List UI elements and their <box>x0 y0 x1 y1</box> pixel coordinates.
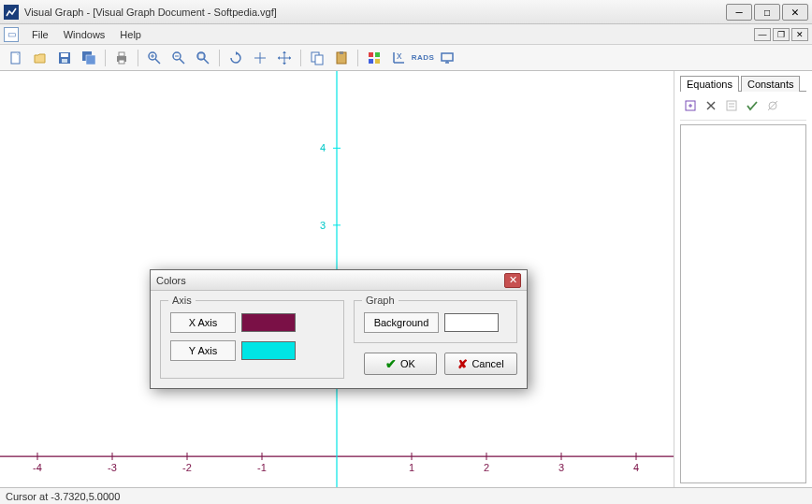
menu-file[interactable]: File <box>24 27 56 42</box>
titlebar: Visual Graph - [Visual Graph Document - … <box>0 0 812 24</box>
xaxis-row: X Axis <box>170 312 334 333</box>
equation-list[interactable] <box>680 124 806 483</box>
right-column: Graph Background ✔OK ✘Cancel <box>354 300 517 379</box>
svg-line-14 <box>180 59 184 64</box>
statusbar: Cursor at -3.7320,5.0000 <box>0 487 812 504</box>
svg-line-10 <box>155 59 160 64</box>
svg-text:4: 4 <box>633 462 639 473</box>
check-icon: ✔ <box>385 356 397 371</box>
ok-button[interactable]: ✔OK <box>364 353 437 375</box>
dialog-body: Axis X Axis Y Axis Graph Background ✔OK … <box>151 291 527 388</box>
edit-equation-button[interactable] <box>723 97 740 114</box>
svg-rect-27 <box>369 52 373 57</box>
svg-rect-24 <box>315 55 323 65</box>
save-button[interactable] <box>54 48 75 68</box>
new-button[interactable] <box>6 48 26 68</box>
axes-button[interactable]: x <box>388 48 409 68</box>
dialog-titlebar[interactable]: Colors ✕ <box>151 270 527 291</box>
xaxis-swatch[interactable] <box>241 313 296 332</box>
mdi-close-button[interactable]: ✕ <box>791 28 808 41</box>
tab-constants[interactable]: Constants <box>741 76 801 92</box>
menu-windows[interactable]: Windows <box>56 27 113 42</box>
side-panel: Equations Constants <box>674 71 812 487</box>
print-button[interactable] <box>111 48 132 68</box>
yaxis-row: Y Axis <box>170 340 334 361</box>
add-equation-button[interactable] <box>682 97 699 114</box>
separator <box>300 50 301 66</box>
svg-rect-29 <box>369 59 373 64</box>
svg-rect-30 <box>375 59 380 64</box>
svg-text:4: 4 <box>320 142 326 153</box>
close-button[interactable]: ✕ <box>782 4 808 21</box>
check-button[interactable] <box>744 97 761 114</box>
paste-button[interactable] <box>331 48 352 68</box>
open-button[interactable] <box>30 48 51 68</box>
window-controls: — ☐ ✕ <box>726 4 808 21</box>
copy-button[interactable] <box>307 48 327 68</box>
mdi-minimize-button[interactable]: — <box>754 28 771 41</box>
yaxis-button[interactable]: Y Axis <box>170 340 236 361</box>
dialog-close-button[interactable]: ✕ <box>504 273 521 288</box>
toolbar: x RADS <box>0 45 812 71</box>
window-title: Visual Graph - [Visual Graph Document - … <box>24 7 726 18</box>
zoom-out-button[interactable] <box>168 48 189 68</box>
colors-dialog: Colors ✕ Axis X Axis Y Axis Graph Backgr… <box>150 269 528 389</box>
separator <box>357 50 358 66</box>
screen-button[interactable] <box>437 48 457 68</box>
zoom-fit-button[interactable] <box>193 48 213 68</box>
svg-text:x: x <box>397 50 402 61</box>
axis-fieldset: Axis X Axis Y Axis <box>160 300 344 379</box>
svg-text:1: 1 <box>409 462 414 473</box>
maximize-button[interactable]: ☐ <box>754 4 780 21</box>
graph-fieldset: Graph Background <box>354 300 517 343</box>
svg-rect-5 <box>86 55 95 65</box>
svg-rect-8 <box>119 60 124 64</box>
svg-rect-68 <box>727 101 736 110</box>
minimize-button[interactable]: — <box>726 4 752 21</box>
mdi-restore-button[interactable]: ❐ <box>773 28 790 41</box>
toggle-visibility-button[interactable] <box>764 97 781 114</box>
svg-rect-34 <box>442 53 453 61</box>
tab-equations[interactable]: Equations <box>680 76 739 92</box>
app-icon <box>4 5 19 20</box>
menubar: ▭ File Windows Help — ❐ ✕ <box>0 24 812 45</box>
zoom-in-button[interactable] <box>144 48 165 68</box>
save-all-button[interactable] <box>79 48 99 68</box>
axis-legend: Axis <box>168 295 196 306</box>
svg-rect-26 <box>340 51 343 54</box>
side-tabs: Equations Constants <box>680 75 806 92</box>
dialog-buttons: ✔OK ✘Cancel <box>354 353 517 375</box>
svg-rect-18 <box>198 53 204 59</box>
svg-text:2: 2 <box>484 462 489 473</box>
menu-help[interactable]: Help <box>112 27 149 42</box>
move-button[interactable] <box>274 48 295 68</box>
svg-rect-28 <box>375 52 380 57</box>
delete-equation-button[interactable] <box>703 97 719 114</box>
mdi-controls: — ❐ ✕ <box>754 28 808 41</box>
svg-rect-2 <box>61 53 68 57</box>
background-row: Background <box>364 312 507 333</box>
background-button[interactable]: Background <box>364 312 439 333</box>
colors-button[interactable] <box>364 48 384 68</box>
background-swatch[interactable] <box>444 313 499 332</box>
radians-button[interactable]: RADS <box>413 48 433 68</box>
svg-rect-7 <box>119 52 124 56</box>
svg-rect-3 <box>62 59 67 63</box>
graph-legend: Graph <box>362 295 399 306</box>
dialog-title: Colors <box>156 275 504 286</box>
cursor-position: Cursor at -3.7320,5.0000 <box>6 491 120 502</box>
svg-line-17 <box>204 59 209 64</box>
document-icon[interactable]: ▭ <box>4 27 19 42</box>
xaxis-button[interactable]: X Axis <box>170 312 236 333</box>
yaxis-swatch[interactable] <box>241 341 296 360</box>
svg-text:-3: -3 <box>108 462 117 473</box>
crosshair-button[interactable] <box>250 48 270 68</box>
separator <box>138 50 138 66</box>
separator <box>219 50 220 66</box>
svg-text:-2: -2 <box>182 462 192 473</box>
cancel-button[interactable]: ✘Cancel <box>444 353 517 375</box>
panel-toolbar <box>680 92 806 121</box>
svg-text:-1: -1 <box>257 462 267 473</box>
refresh-button[interactable] <box>225 48 246 68</box>
separator <box>105 50 106 66</box>
